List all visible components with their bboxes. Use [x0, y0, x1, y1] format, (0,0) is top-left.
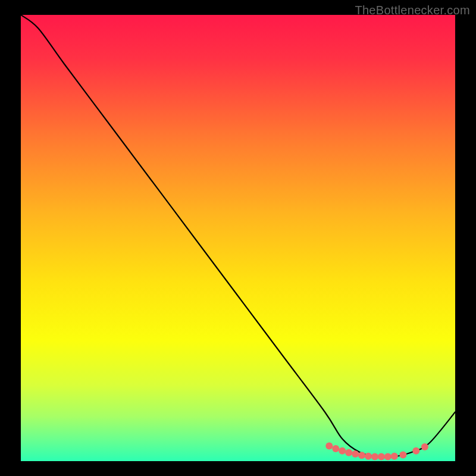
highlight-dot	[358, 452, 365, 459]
highlight-dot	[371, 453, 378, 461]
plot-area	[21, 15, 455, 461]
highlight-dot	[378, 453, 385, 461]
highlight-dot	[421, 443, 428, 450]
highlight-dot	[412, 447, 419, 455]
highlight-dot	[365, 453, 372, 460]
highlight-dot	[352, 450, 359, 458]
highlight-dot	[391, 453, 398, 460]
chart-svg	[21, 15, 455, 461]
highlight-dot	[339, 447, 346, 455]
highlight-dot	[332, 445, 339, 452]
highlight-dot	[325, 443, 333, 450]
highlight-dot	[384, 453, 392, 461]
highlight-dot	[399, 452, 406, 459]
watermark-text: TheBottlenecker.com	[355, 4, 470, 17]
highlight-dot	[345, 449, 352, 456]
gradient-background	[21, 15, 455, 461]
chart-frame: TheBottlenecker.com	[0, 0, 476, 476]
